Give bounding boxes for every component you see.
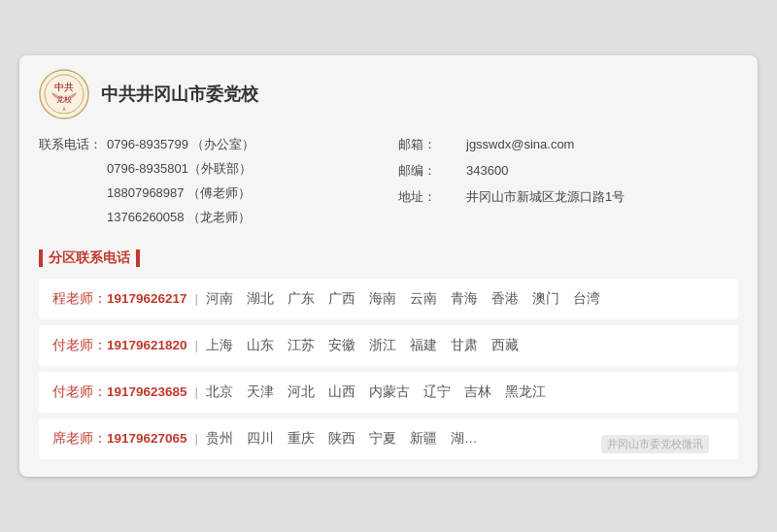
phone-row-3: 18807968987 （傅老师） <box>39 183 379 204</box>
region-item: 福建 <box>410 337 437 354</box>
region-card-2: 付老师：19179623685|北京天津河北山西内蒙古辽宁吉林黑龙江 <box>39 372 738 413</box>
teacher-phone-0: 19179626217 <box>107 291 187 306</box>
phone-row-4: 13766260058 （龙老师） <box>39 208 379 228</box>
region-item: 陕西 <box>328 430 355 448</box>
phone-label: 联系电话： <box>39 135 107 155</box>
phone-3: 18807968987 （傅老师） <box>107 183 251 204</box>
region-item: 澳门 <box>532 290 559 308</box>
region-item: 河南 <box>206 290 233 308</box>
contact-left: 联系电话： 0796-8935799 （办公室） 0796-8935801（外联… <box>39 135 379 231</box>
teacher-name-2: 付老师： <box>52 383 107 401</box>
phone-indent2 <box>39 183 107 204</box>
phone-row-2: 0796-8935801（外联部） <box>39 159 379 180</box>
email-value: jgsswdx@sina.com <box>466 135 574 155</box>
phone-4: 13766260058 （龙老师） <box>107 208 251 228</box>
region-item: 重庆 <box>287 430 315 448</box>
watermark: 井冈山市委党校微讯 <box>601 435 709 453</box>
phone-row-1: 联系电话： 0796-8935799 （办公室） <box>39 135 379 155</box>
region-item: 辽宁 <box>423 383 451 401</box>
divider-2: | <box>195 384 199 399</box>
header: 中共 党校 中共井冈山市委党校 <box>19 55 758 129</box>
teacher-name-3: 席老师： <box>52 430 107 448</box>
email-label: 邮箱： <box>398 135 466 155</box>
postcode-value: 343600 <box>466 161 508 182</box>
title-left-bar <box>39 249 43 267</box>
region-cards-container: 程老师：19179626217|河南湖北广东广西海南云南青海香港澳门台湾付老师：… <box>19 279 758 459</box>
region-item: 海南 <box>369 290 396 308</box>
region-item: 青海 <box>451 290 478 308</box>
address-row: 地址： 井冈山市新城区龙源口路1号 <box>398 187 738 208</box>
region-item: 贵州 <box>206 430 233 448</box>
phone-2: 0796-8935801（外联部） <box>107 159 252 180</box>
regions-list-0: 河南湖北广东广西海南云南青海香港澳门台湾 <box>206 290 600 308</box>
region-item: 宁夏 <box>369 430 396 448</box>
svg-text:党校: 党校 <box>56 95 72 104</box>
regions-list-1: 上海山东江苏安徽浙江福建甘肃西藏 <box>206 337 519 354</box>
section-title-bar-container: 分区联系电话 <box>19 244 758 273</box>
svg-point-0 <box>40 70 88 118</box>
phone-indent <box>39 159 107 180</box>
region-item: 安徽 <box>328 337 355 354</box>
region-item: 云南 <box>410 290 437 308</box>
region-item: 山东 <box>247 337 274 354</box>
svg-text:中共: 中共 <box>54 82 74 92</box>
org-name: 中共井冈山市委党校 <box>101 83 258 106</box>
divider-1: | <box>195 338 199 352</box>
region-item: 广西 <box>328 290 355 308</box>
divider-3: | <box>195 431 199 446</box>
region-item: 山西 <box>328 383 355 401</box>
region-item: 北京 <box>206 383 233 401</box>
region-item: 四川 <box>247 430 274 448</box>
phone-indent3 <box>39 208 107 228</box>
region-item: 湖北 <box>247 290 274 308</box>
region-item: 广东 <box>287 290 315 308</box>
teacher-name-1: 付老师： <box>52 337 107 354</box>
region-item: 江苏 <box>287 337 315 354</box>
region-item: 河北 <box>287 383 315 401</box>
region-item: 甘肃 <box>451 337 478 354</box>
region-card-3: 席老师：19179627065|贵州四川重庆陕西宁夏新疆湖…井冈山市委党校微讯 <box>39 418 738 459</box>
postcode-label: 邮编： <box>398 161 466 182</box>
contact-grid: 联系电话： 0796-8935799 （办公室） 0796-8935801（外联… <box>19 129 758 243</box>
region-item: 浙江 <box>369 337 396 354</box>
org-logo: 中共 党校 <box>39 69 89 119</box>
region-item: 香港 <box>491 290 519 308</box>
region-item: 湖… <box>451 430 478 448</box>
teacher-phone-1: 19179621820 <box>107 338 187 352</box>
region-item: 台湾 <box>573 290 600 308</box>
region-item: 内蒙古 <box>369 383 410 401</box>
region-item: 黑龙江 <box>505 383 546 401</box>
regions-list-2: 北京天津河北山西内蒙古辽宁吉林黑龙江 <box>206 383 546 401</box>
title-right-bar <box>136 249 140 267</box>
teacher-phone-2: 19179623685 <box>107 384 187 399</box>
email-row: 邮箱： jgsswdx@sina.com <box>398 135 738 155</box>
address-value: 井冈山市新城区龙源口路1号 <box>466 187 625 208</box>
region-card-1: 付老师：19179621820|上海山东江苏安徽浙江福建甘肃西藏 <box>39 325 738 366</box>
teacher-name-0: 程老师： <box>52 290 107 308</box>
contact-right: 邮箱： jgsswdx@sina.com 邮编： 343600 地址： 井冈山市… <box>398 135 738 231</box>
section-title-text: 分区联系电话 <box>49 249 130 267</box>
region-item: 西藏 <box>491 337 519 354</box>
region-card-0: 程老师：19179626217|河南湖北广东广西海南云南青海香港澳门台湾 <box>39 279 738 319</box>
divider-0: | <box>195 291 199 306</box>
main-card: 中共 党校 中共井冈山市委党校 联系电话： 0796-8935799 （办公室）… <box>19 55 758 476</box>
region-item: 天津 <box>247 383 274 401</box>
regions-list-3: 贵州四川重庆陕西宁夏新疆湖… <box>206 430 478 448</box>
region-item: 上海 <box>206 337 233 354</box>
region-item: 新疆 <box>410 430 437 448</box>
phone-1: 0796-8935799 （办公室） <box>107 135 254 155</box>
region-item: 吉林 <box>464 383 491 401</box>
address-label: 地址： <box>398 187 466 208</box>
teacher-phone-3: 19179627065 <box>107 431 187 446</box>
postcode-row: 邮编： 343600 <box>398 161 738 182</box>
